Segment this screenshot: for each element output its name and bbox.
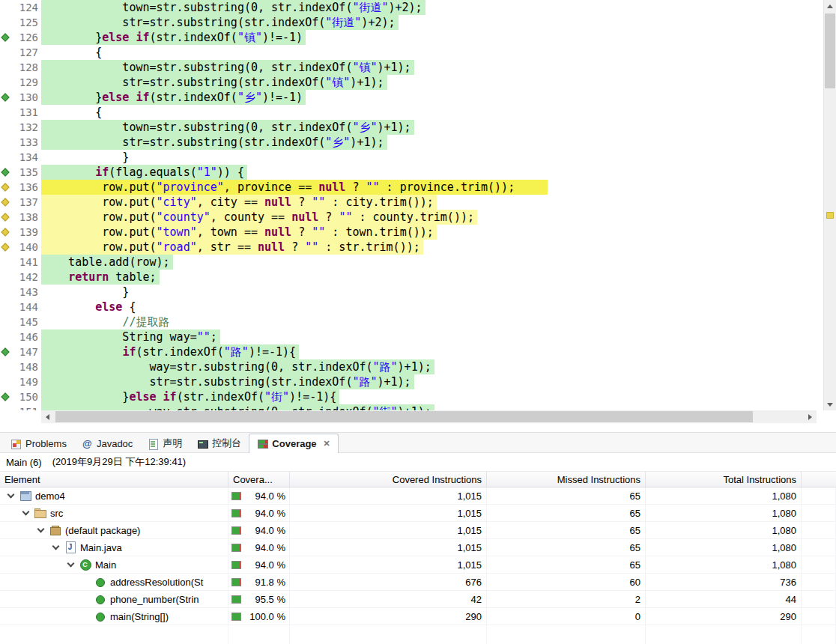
line-ruler[interactable]: 146 <box>0 329 41 344</box>
code-text[interactable]: if(flag.equals("1")) { <box>41 165 823 180</box>
chevron-down-icon[interactable] <box>37 525 45 532</box>
coverage-row-demo4[interactable]: demo494.0 %1,015651,080 <box>0 487 836 505</box>
chevron-down-icon[interactable] <box>52 542 60 550</box>
code-line-141[interactable]: 141 table.add(row); <box>0 255 823 270</box>
line-ruler[interactable]: 126 <box>0 30 41 45</box>
line-ruler[interactable]: 151 <box>0 404 41 410</box>
code-line-130[interactable]: 130 }else if(str.indexOf("乡")!=-1) <box>0 90 823 105</box>
line-ruler[interactable]: 139 <box>0 225 41 240</box>
line-ruler[interactable]: 149 <box>0 374 41 389</box>
horizontal-scroll-track[interactable] <box>54 410 804 423</box>
code-line-138[interactable]: 138 row.put("county", county == null ? "… <box>0 210 823 225</box>
code-text[interactable]: str=str.substring(str.indexOf("乡")+1); <box>41 135 823 150</box>
tab-javadoc[interactable]: @Javadoc <box>74 434 140 452</box>
code-text[interactable]: else { <box>41 300 823 315</box>
code-line-150[interactable]: 150 }else if(str.indexOf("街")!=-1){ <box>0 389 823 404</box>
code-line-132[interactable]: 132 town=str.substring(0, str.indexOf("乡… <box>0 120 823 135</box>
tab-控制台[interactable]: 控制台 <box>190 434 249 452</box>
line-ruler[interactable]: 142 <box>0 270 41 285</box>
code-text[interactable]: str=str.substring(str.indexOf("镇")+1); <box>41 75 823 90</box>
code-text[interactable]: //提取路 <box>41 315 823 329</box>
code-text[interactable]: way=str.substring(0, str.indexOf("路")+1)… <box>41 359 823 374</box>
line-ruler[interactable]: 133 <box>0 135 41 150</box>
code-line-129[interactable]: 129 str=str.substring(str.indexOf("镇")+1… <box>0 75 823 90</box>
code-line-131[interactable]: 131 { <box>0 105 823 120</box>
column-header-element[interactable]: Element <box>0 472 228 487</box>
coverage-row-main[interactable]: CMain94.0 %1,015651,080 <box>0 556 836 574</box>
code-text[interactable]: return table; <box>41 270 823 285</box>
line-ruler[interactable]: 124 <box>0 0 41 15</box>
line-ruler[interactable]: 132 <box>0 120 41 135</box>
tab-coverage[interactable]: Coverage✕ <box>249 434 338 453</box>
vertical-scroll-thumb[interactable] <box>825 13 835 88</box>
horizontal-scroll-thumb[interactable] <box>55 411 753 422</box>
chevron-down-icon[interactable] <box>7 490 15 498</box>
line-ruler[interactable]: 127 <box>0 45 41 60</box>
code-text[interactable]: row.put("town", town == null ? "" : town… <box>41 225 823 240</box>
code-text[interactable]: } <box>41 150 823 165</box>
code-line-143[interactable]: 143 } <box>0 285 823 300</box>
code-line-149[interactable]: 149 str=str.substring(str.indexOf("路")+1… <box>0 374 823 389</box>
line-ruler[interactable]: 145 <box>0 315 41 329</box>
code-text[interactable]: }else if(str.indexOf("乡")!=-1) <box>41 90 823 105</box>
code-line-144[interactable]: 144 else { <box>0 300 823 315</box>
column-header-covered-instructions[interactable]: Covered Instructions <box>290 472 487 487</box>
code-line-142[interactable]: 142 return table; <box>0 270 823 285</box>
code-text[interactable]: String way=""; <box>41 329 823 344</box>
line-ruler[interactable]: 128 <box>0 60 41 75</box>
line-ruler[interactable]: 138 <box>0 210 41 225</box>
code-text[interactable]: str=str.substring(str.indexOf("路")+1); <box>41 374 823 389</box>
column-header-coverage[interactable]: Covera... <box>228 472 290 487</box>
code-line-127[interactable]: 127 { <box>0 45 823 60</box>
code-line-125[interactable]: 125 str=str.substring(str.indexOf("街道")+… <box>0 15 823 30</box>
code-line-133[interactable]: 133 str=str.substring(str.indexOf("乡")+1… <box>0 135 823 150</box>
coverage-row-src[interactable]: src94.0 %1,015651,080 <box>0 505 836 522</box>
scroll-right-icon[interactable] <box>804 410 817 423</box>
line-ruler[interactable]: 147 <box>0 344 41 359</box>
code-line-145[interactable]: 145 //提取路 <box>0 315 823 329</box>
line-ruler[interactable]: 143 <box>0 285 41 300</box>
code-line-124[interactable]: 124 town=str.substring(0, str.indexOf("街… <box>0 0 823 15</box>
line-ruler[interactable]: 129 <box>0 75 41 90</box>
code-line-126[interactable]: 126 }else if(str.indexOf("镇")!=-1) <box>0 30 823 45</box>
overview-partial-coverage-mark[interactable] <box>826 212 834 219</box>
line-ruler[interactable]: 148 <box>0 359 41 374</box>
coverage-row-phone-number-strin[interactable]: phone_number(Strin95.5 %42244 <box>0 591 836 608</box>
code-line-135[interactable]: 135 if(flag.equals("1")) { <box>0 165 823 180</box>
code-line-140[interactable]: 140 row.put("road", str == null ? "" : s… <box>0 240 823 255</box>
scroll-left-icon[interactable] <box>41 410 54 423</box>
coverage-row-main-string-[interactable]: main(String[])100.0 %2900290 <box>0 608 836 625</box>
code-line-128[interactable]: 128 town=str.substring(0, str.indexOf("镇… <box>0 60 823 75</box>
line-ruler[interactable]: 136 <box>0 180 41 195</box>
line-ruler[interactable]: 140 <box>0 240 41 255</box>
tab-声明[interactable]: 声明 <box>140 434 190 452</box>
scroll-down-icon[interactable] <box>824 398 836 410</box>
chevron-down-icon[interactable] <box>67 559 75 567</box>
chevron-down-icon[interactable] <box>22 508 30 515</box>
coverage-row-main-java[interactable]: JMain.java94.0 %1,015651,080 <box>0 539 836 556</box>
code-line-136[interactable]: 136 row.put("province", province == null… <box>0 180 823 195</box>
line-ruler[interactable]: 141 <box>0 255 41 270</box>
coverage-row-addressresolution-st[interactable]: addressResolution(St91.8 %67660736 <box>0 574 836 591</box>
code-line-146[interactable]: 146 String way=""; <box>0 329 823 344</box>
code-text[interactable]: if(str.indexOf("路")!=-1){ <box>41 344 823 359</box>
scroll-up-icon[interactable] <box>824 0 836 12</box>
code-text[interactable]: row.put("road", str == null ? "" : str.t… <box>41 240 823 255</box>
code-text[interactable]: row.put("county", county == null ? "" : … <box>41 210 823 225</box>
code-line-148[interactable]: 148 way=str.substring(0, str.indexOf("路"… <box>0 359 823 374</box>
line-ruler[interactable]: 144 <box>0 300 41 315</box>
code-text[interactable]: row.put("city", city == null ? "" : city… <box>41 195 823 210</box>
line-ruler[interactable]: 134 <box>0 150 41 165</box>
line-ruler[interactable]: 137 <box>0 195 41 210</box>
line-ruler[interactable]: 150 <box>0 389 41 404</box>
horizontal-scrollbar[interactable] <box>41 410 817 423</box>
tab-problems[interactable]: Problems <box>3 434 74 452</box>
coverage-row--default-package-[interactable]: (default package)94.0 %1,015651,080 <box>0 522 836 539</box>
close-icon[interactable]: ✕ <box>324 439 330 449</box>
line-ruler[interactable]: 125 <box>0 15 41 30</box>
line-ruler[interactable]: 135 <box>0 165 41 180</box>
code-text[interactable]: str=str.substring(str.indexOf("街道")+2); <box>41 15 823 30</box>
code-line-134[interactable]: 134 } <box>0 150 823 165</box>
line-ruler[interactable]: 131 <box>0 105 41 120</box>
code-text[interactable]: } <box>41 285 823 300</box>
